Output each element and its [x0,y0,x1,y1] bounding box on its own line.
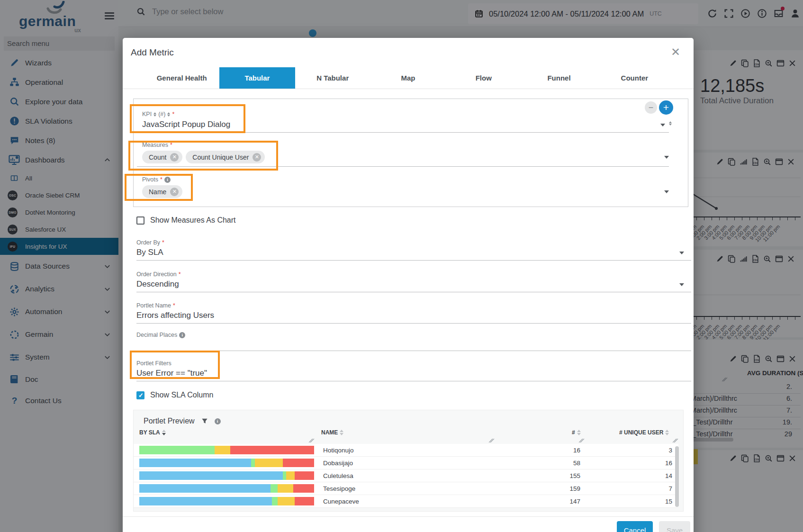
measures-chips: Count✕Count Unique User✕ [142,151,265,163]
checkbox-icon[interactable] [136,216,144,225]
order-by-caret[interactable] [679,252,684,254]
tab-general-health[interactable]: General Health [144,67,219,89]
sla-segment-green [251,459,254,467]
sla-segment-blue [139,497,272,505]
table-row[interactable]: Tesesipoge1597 [134,482,678,495]
row-name: Cunepaceve [323,498,359,505]
measure-chip[interactable]: Count Unique User✕ [186,151,265,163]
column-resize-handle[interactable] [579,439,585,443]
sla-segment-red [230,446,314,454]
remove-kpi-button[interactable]: − [645,101,657,114]
kpi-spinner[interactable] [669,121,672,126]
sla-bar [139,471,314,480]
column-resize-handle[interactable] [673,439,678,443]
row-unique-users: 7 [668,485,672,492]
row-count: 155 [569,472,580,479]
column-header-count[interactable]: # [572,429,581,436]
row-name: Hotiqonujo [323,447,354,454]
kpi-count-sort-icon[interactable] [167,112,170,117]
sla-segment-yellow [255,459,283,467]
info-icon[interactable]: i [179,332,185,338]
row-unique-users: 3 [668,447,672,454]
row-unique-users: 16 [665,460,672,467]
kpi-select[interactable]: JavaScript Popup Dialog [142,120,230,129]
row-count: 16 [573,447,580,454]
save-button[interactable]: Save [659,521,690,532]
row-name: Culetulesa [323,472,353,479]
kpi-group: KPI (#) * JavaScript Popup Dialog − + Me… [133,99,688,207]
close-icon[interactable]: ✕ [671,46,680,58]
kpi-field-label: KPI (#) * [142,111,174,117]
info-icon[interactable]: i [164,177,171,183]
tab-n-tabular[interactable]: N Tabular [295,67,370,89]
sla-segment-green [139,446,215,454]
row-count: 58 [573,460,580,467]
measures-field-label: Measures* [142,142,172,148]
row-name: Dobasijajo [323,460,353,467]
sla-segment-red [293,484,314,493]
sla-segment-green [283,471,286,480]
column-resize-handle[interactable] [489,439,495,443]
sla-bar [139,446,314,454]
sla-segment-blue [139,484,271,493]
tab-tabular[interactable]: Tabular [219,67,295,89]
add-kpi-button[interactable]: + [659,100,673,115]
table-row[interactable]: Culetulesa15514 [134,469,678,482]
pivot-chip[interactable]: Name✕ [142,185,182,198]
cancel-button[interactable]: Cancel [617,521,653,532]
sla-segment-red [283,459,314,467]
column-resize-handle[interactable] [309,439,315,443]
chip-remove-icon[interactable]: ✕ [170,153,179,162]
sla-segment-red [295,497,314,505]
order-by-select[interactable]: By SLA [136,248,163,257]
vertical-scrollbar[interactable] [675,446,679,507]
sla-segment-green [272,497,277,505]
show-sla-column-checkbox[interactable]: Show SLA Column [136,391,213,399]
tab-counter[interactable]: Counter [597,67,672,89]
order-direction-select[interactable]: Descending [136,280,179,289]
order-direction-caret[interactable] [679,283,684,286]
portlet-filters-input[interactable]: User Error == "true" [136,369,207,378]
column-header-unique-user[interactable]: # UNIQUE USER [619,429,669,436]
kpi-dropdown-caret[interactable] [660,124,665,126]
pivots-field-label: Pivots* i [142,176,171,183]
metric-type-tabs: General HealthTabularN TabularMapFlowFun… [123,67,694,89]
chip-remove-icon[interactable]: ✕ [253,153,261,162]
tab-flow[interactable]: Flow [446,67,521,89]
row-count: 159 [569,485,580,492]
pivots-dropdown-caret[interactable] [664,190,669,193]
portlet-name-input[interactable]: Errors affecting Users [136,311,214,320]
portlet-preview: Portlet Preview i BY SLA NAME # # UNIQUE… [133,410,684,512]
filter-funnel-icon[interactable] [201,418,208,424]
info-icon[interactable]: i [215,418,221,424]
row-unique-users: 15 [665,498,672,505]
kpi-sort-icon[interactable] [153,112,156,117]
tab-funnel[interactable]: Funnel [521,67,596,89]
sla-segment-red [295,471,314,480]
row-unique-users: 14 [665,472,672,479]
preview-title: Portlet Preview [144,417,195,425]
measure-chip[interactable]: Count✕ [142,151,182,163]
table-row[interactable]: Dobasijajo5816 [134,457,678,469]
sla-segment-blue [139,459,251,467]
row-count: 147 [569,498,580,505]
table-row[interactable]: Hotiqonujo163 [134,444,678,457]
tab-map[interactable]: Map [370,67,446,89]
sla-segment-yellow [215,446,230,454]
checkbox-icon[interactable] [136,391,144,399]
dialog-title: Add Metric [131,47,174,58]
pivots-chips: Name✕ [142,185,182,198]
show-measures-as-chart-checkbox[interactable]: Show Measures As Chart [136,216,236,225]
measures-dropdown-caret[interactable] [664,156,669,159]
screen: germain ux Search menu WizardsOperationa… [0,0,803,532]
row-name: Tesesipoge [323,485,355,492]
chip-remove-icon[interactable]: ✕ [170,188,179,196]
sla-segment-green [271,484,278,493]
preview-rows: Hotiqonujo163Dobasijajo5816Culetulesa155… [134,444,678,508]
sla-segment-yellow [286,471,295,480]
column-header-by-sla[interactable]: BY SLA [139,429,166,436]
table-row[interactable]: Cunepaceve14715 [134,495,678,508]
sla-bar [139,459,314,467]
sla-bar [139,484,314,493]
column-header-name[interactable]: NAME [321,429,343,436]
